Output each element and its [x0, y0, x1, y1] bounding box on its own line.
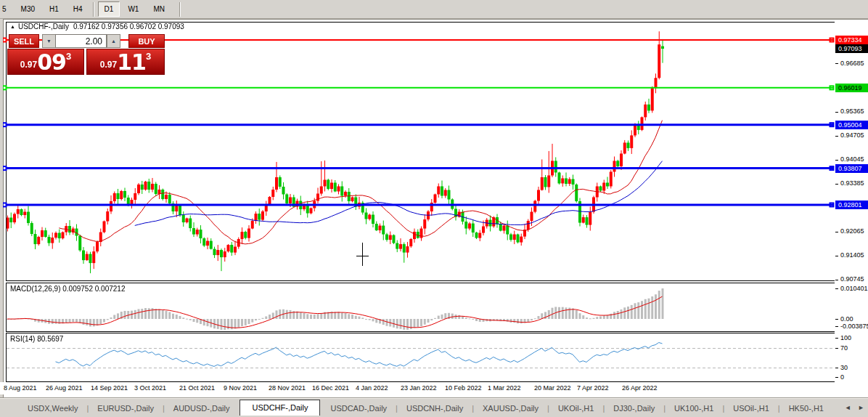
rsi-indicator-label: RSI(14) 80.5697: [10, 335, 63, 343]
date-tick-label: 7 Apr 2022: [577, 384, 609, 392]
rsi-axis-label: 70: [840, 344, 848, 352]
date-tick-label: 14 Sep 2021: [91, 384, 128, 392]
level-price-badge: 0.96019: [835, 84, 868, 92]
tab-ukoil-h1[interactable]: UKOil-,H1: [549, 402, 603, 416]
date-tick-label: 4 Jan 2022: [356, 384, 388, 392]
toolbar-separator: [179, 2, 181, 17]
price-axis: 0.966850.960250.953650.947050.940450.933…: [835, 20, 868, 396]
chart-tab-bar: USDX,Weekly|EURUSD-,Daily|AUDUSD-,DailyU…: [0, 397, 868, 417]
price-tick-label: 0.94705: [840, 131, 864, 139]
price-tick-dash: [835, 184, 838, 185]
rsi-axis-label: 100: [840, 334, 851, 342]
tab-xauusd-daily[interactable]: XAUUSD-,Daily: [474, 402, 547, 416]
macd-tick-dash: [835, 288, 838, 289]
time-axis: 8 Aug 202126 Aug 202114 Sep 20213 Oct 20…: [0, 382, 835, 394]
level-price-badge: 0.95004: [835, 121, 868, 129]
rsi-axis-label: 30: [840, 364, 848, 372]
chart-symbol-label: USDCHF-,Daily: [18, 23, 69, 31]
tab-uk100-h1[interactable]: UK100-,H1: [666, 402, 722, 416]
rsi-tick-dash: [835, 338, 838, 339]
date-tick-label: 26 Apr 2022: [622, 384, 658, 392]
price-tick-dash: [835, 112, 838, 113]
current-price-badge: 0.97093: [835, 44, 868, 53]
tab-scroll-left-icon[interactable]: ◄: [845, 404, 851, 411]
timeframe-button-mn[interactable]: MN: [147, 1, 171, 17]
macd-tick-dash: [835, 319, 838, 320]
price-tick-label: 0.95365: [840, 108, 864, 116]
level-price-badge: 0.97334: [835, 36, 868, 44]
price-tick-label: 0.93385: [840, 179, 864, 187]
rsi-tick-dash: [835, 377, 838, 378]
tab-audusd-daily[interactable]: AUDUSD-,Daily: [165, 402, 239, 416]
level-price-badge: 0.93807: [835, 164, 868, 173]
price-tick-dash: [835, 256, 838, 256]
timeframe-button-w1[interactable]: W1: [121, 1, 145, 17]
chart-title: ▲USDCHF-,Daily0.97162 0.97356 0.96702 0.…: [10, 23, 184, 31]
macd-axis-label: -0.003875: [840, 323, 868, 331]
collapse-arrow-icon[interactable]: ▲: [10, 24, 15, 29]
timeframe-button-d1[interactable]: D1: [98, 1, 120, 17]
rsi-axis-label: 0: [840, 373, 844, 381]
volume-decrease-button[interactable]: ▼: [42, 34, 56, 48]
timeframe-button-h4[interactable]: H4: [67, 1, 89, 17]
mt4-window: 5M30H1H4D1W1MN ▲USDCHF-,Daily0.97162 0.9…: [0, 0, 868, 417]
tab-hk50-h1[interactable]: HK50-,H1: [780, 402, 832, 416]
tab-dj30-daily[interactable]: DJ30-,Daily: [605, 402, 663, 416]
tab-usdcad-daily[interactable]: USDCAD-,Daily: [322, 402, 396, 416]
price-tick-label: 0.96685: [840, 60, 864, 68]
volume-increase-button[interactable]: ▲: [107, 34, 120, 48]
timeframe-button-5[interactable]: 5: [0, 1, 13, 17]
volume-input[interactable]: [55, 34, 107, 48]
tab-usdchf-daily[interactable]: USDCHF-,Daily: [239, 400, 320, 416]
rsi-tick-dash: [835, 368, 838, 368]
price-tick-label: 0.92065: [840, 227, 864, 235]
sell-price-quote[interactable]: 0.97093: [7, 49, 84, 75]
timeframe-button-h1[interactable]: H1: [43, 1, 65, 17]
tab-usdcnh-daily[interactable]: USDCNH-,Daily: [398, 402, 472, 416]
date-tick-label: 3 Oct 2021: [134, 384, 166, 392]
sell-button[interactable]: SELL: [9, 34, 39, 48]
rsi-tick-dash: [835, 348, 838, 349]
tabbar-highlight: [0, 398, 868, 399]
price-tick-label: 0.94045: [840, 155, 864, 163]
tab-scroll-right-icon[interactable]: ►: [858, 404, 864, 411]
chart-ohlc-values: 0.97162 0.97356 0.96702 0.97093: [73, 23, 184, 31]
trade-panel-row: SELL ▼ ▲ BUY: [7, 34, 165, 48]
timeframe-button-m30[interactable]: M30: [15, 1, 41, 17]
tab-usdx-weekly[interactable]: USDX,Weekly: [19, 402, 86, 416]
price-tick-label: 0.90745: [840, 275, 864, 283]
date-tick-label: 28 Nov 2021: [269, 384, 306, 392]
macd-axis-label: 0.010401: [840, 285, 868, 293]
chart-canvas[interactable]: [3, 20, 835, 396]
date-tick-label: 26 Aug 2021: [46, 384, 83, 392]
chart-tabs: USDX,Weekly|EURUSD-,Daily|AUDUSD-,DailyU…: [19, 400, 832, 416]
date-tick-label: 10 Feb 2022: [445, 384, 482, 392]
price-tick-dash: [835, 136, 838, 137]
one-click-trade-panel: SELL ▼ ▲ BUY 0.97093 0.97113: [7, 34, 165, 75]
timeframe-toolbar: 5M30H1H4D1W1MN: [0, 0, 868, 19]
tab-eurusd-daily[interactable]: EURUSD-,Daily: [89, 402, 163, 416]
date-tick-label: 8 Aug 2021: [4, 384, 37, 392]
macd-indicator-label: MACD(12,26,9) 0.009752 0.007212: [10, 285, 125, 293]
price-tick-dash: [835, 63, 838, 64]
date-tick-label: 9 Nov 2021: [224, 384, 257, 392]
buy-price: 0.97113: [87, 49, 164, 74]
tab-scroll-arrows: ◄ ►: [840, 404, 864, 411]
buy-price-quote[interactable]: 0.97113: [86, 49, 165, 75]
tab-usoil-h1[interactable]: USOil-,H1: [724, 402, 778, 416]
price-tick-dash: [835, 160, 838, 161]
sell-price: 0.97093: [8, 49, 83, 74]
buy-button[interactable]: BUY: [128, 34, 165, 48]
date-tick-label: 16 Dec 2021: [312, 384, 349, 392]
price-tick-label: 0.91405: [840, 251, 864, 259]
date-tick-label: 21 Oct 2021: [179, 384, 215, 392]
date-tick-label: 20 Mar 2022: [534, 384, 571, 392]
price-tick-dash: [835, 232, 838, 232]
date-tick-label: 1 Mar 2022: [488, 384, 521, 392]
date-tick-label: 23 Jan 2022: [401, 384, 437, 392]
macd-tick-dash: [835, 326, 838, 327]
toolbar-separator: [93, 2, 94, 17]
level-price-badge: 0.92801: [835, 201, 868, 209]
price-tick-dash: [835, 280, 838, 280]
